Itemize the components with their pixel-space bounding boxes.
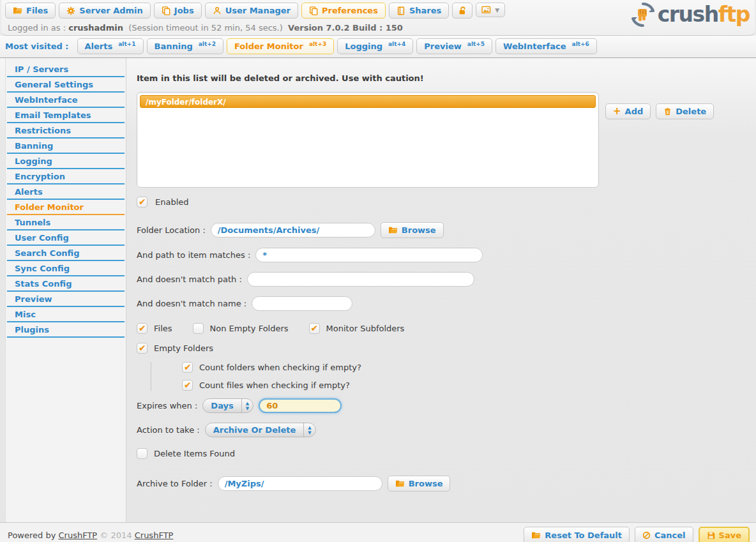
crushftp-link[interactable]: CrushFTP bbox=[59, 531, 98, 540]
tab-webinterface-shortcut: alt+6 bbox=[572, 41, 589, 47]
cancel-button-label: Cancel bbox=[654, 531, 686, 540]
jobs-button-label: Jobs bbox=[174, 6, 194, 15]
expires-when-label: Expires when : bbox=[137, 401, 197, 410]
tab-webinterface-label: WebInterface bbox=[503, 41, 566, 51]
action-select[interactable]: Archive Or Delete ▲▼ bbox=[205, 423, 316, 437]
logged-in-label: Logged in as : bbox=[8, 23, 66, 33]
unlock-icon bbox=[458, 6, 467, 15]
action-to-take-label: Action to take : bbox=[137, 425, 200, 435]
unlock-button[interactable] bbox=[452, 3, 472, 19]
tab-alerts[interactable]: Alertsalt+1 bbox=[77, 38, 144, 54]
sidebar-item-banning[interactable]: Banning bbox=[7, 139, 125, 154]
user-manager-button[interactable]: User Manager bbox=[205, 3, 298, 19]
shares-button[interactable]: Shares bbox=[389, 3, 449, 19]
crushftp-logo: crushftp bbox=[630, 1, 750, 28]
tab-logging-label: Logging bbox=[345, 41, 382, 51]
folder-icon bbox=[388, 226, 398, 234]
not-match-path-input[interactable] bbox=[247, 272, 474, 287]
delete-button-label: Delete bbox=[676, 107, 706, 116]
sidebar-item-folder-monitor[interactable]: Folder Monitor bbox=[7, 200, 125, 215]
trash-icon bbox=[663, 107, 672, 116]
tab-alerts-label: Alerts bbox=[85, 41, 113, 51]
reset-to-default-label: Reset To Default bbox=[545, 531, 622, 540]
tab-banning-label: Banning bbox=[155, 41, 193, 51]
sidebar-item-ip-servers[interactable]: IP / Servers bbox=[7, 62, 125, 77]
monitored-folders-list[interactable]: /myFolder/folderX/ bbox=[137, 92, 599, 188]
save-button-label: Save bbox=[719, 531, 741, 540]
not-match-path-label: And doesn't match path : bbox=[137, 275, 242, 284]
expires-value-input[interactable] bbox=[259, 398, 342, 413]
logo-text: crushftp bbox=[658, 2, 750, 27]
version-info: Version 7.0.2 Build : 150 bbox=[288, 23, 403, 33]
tab-folder-monitor[interactable]: Folder Monitoralt+3 bbox=[227, 38, 334, 54]
cancel-button[interactable]: Cancel bbox=[635, 527, 693, 542]
crushftp-fist-icon bbox=[630, 1, 656, 28]
not-match-name-input[interactable] bbox=[252, 296, 352, 311]
user-icon bbox=[213, 6, 222, 15]
files-label: Files bbox=[154, 324, 172, 333]
files-checkbox[interactable] bbox=[137, 323, 147, 334]
settings-sidebar: IP / Servers General Settings WebInterfa… bbox=[5, 58, 126, 522]
sidebar-item-stats-config[interactable]: Stats Config bbox=[7, 276, 125, 292]
monitor-subfolders-checkbox[interactable] bbox=[309, 323, 320, 334]
sidebar-item-search-config[interactable]: Search Config bbox=[7, 246, 125, 261]
folder-monitor-panel: Item in this list will be deleted or arc… bbox=[126, 58, 756, 522]
tab-webinterface[interactable]: WebInterfacealt+6 bbox=[495, 38, 597, 54]
sidebar-item-misc[interactable]: Misc bbox=[7, 307, 125, 322]
stepper-icon: ▲▼ bbox=[241, 399, 253, 412]
save-button[interactable]: Save bbox=[699, 527, 750, 542]
sidebar-item-email-templates[interactable]: Email Templates bbox=[7, 108, 125, 123]
delete-items-found-checkbox[interactable] bbox=[137, 448, 147, 459]
powered-prefix: Powered by bbox=[8, 531, 56, 540]
browse-location-button[interactable]: Browse bbox=[381, 222, 444, 238]
sidebar-item-encryption[interactable]: Encryption bbox=[7, 169, 125, 184]
sidebar-item-restrictions[interactable]: Restrictions bbox=[7, 123, 125, 139]
enabled-checkbox[interactable] bbox=[137, 197, 147, 207]
folder-location-input[interactable] bbox=[211, 223, 375, 237]
expires-unit-select[interactable]: Days ▲▼ bbox=[202, 398, 253, 413]
sidebar-item-webinterface[interactable]: WebInterface bbox=[7, 93, 125, 108]
reset-to-default-button[interactable]: Reset To Default bbox=[524, 527, 630, 542]
shares-button-label: Shares bbox=[409, 6, 441, 15]
server-admin-button[interactable]: Server Admin bbox=[59, 3, 150, 19]
image-menu-button[interactable]: ▼ bbox=[476, 3, 505, 17]
tab-logging[interactable]: Loggingalt+4 bbox=[337, 38, 413, 54]
files-button[interactable]: Files bbox=[5, 3, 56, 19]
delete-button[interactable]: Delete bbox=[656, 103, 714, 119]
archive-folder-label: Archive to Folder : bbox=[137, 479, 213, 488]
tab-banning[interactable]: Banningalt+2 bbox=[147, 38, 223, 54]
sidebar-item-sync-config[interactable]: Sync Config bbox=[7, 261, 125, 276]
browse-archive-label: Browse bbox=[409, 479, 443, 488]
logo-crush: crush bbox=[658, 2, 718, 27]
tab-preview[interactable]: Previewalt+5 bbox=[416, 38, 492, 54]
count-files-checkbox[interactable] bbox=[182, 380, 193, 391]
empty-folders-checkbox[interactable] bbox=[137, 343, 147, 354]
sidebar-item-alerts[interactable]: Alerts bbox=[7, 184, 125, 200]
count-folders-label: Count folders when checking if empty? bbox=[199, 363, 361, 372]
sidebar-item-user-config[interactable]: User Config bbox=[7, 230, 125, 246]
preferences-button[interactable]: Preferences bbox=[301, 3, 386, 19]
folder-icon bbox=[395, 479, 405, 488]
jobs-button[interactable]: Jobs bbox=[154, 3, 202, 19]
most-visited-label: Most visited : bbox=[5, 41, 69, 51]
tab-alerts-shortcut: alt+1 bbox=[118, 41, 135, 47]
sidebar-item-logging[interactable]: Logging bbox=[7, 154, 125, 169]
non-empty-folders-checkbox[interactable] bbox=[193, 323, 204, 334]
add-button[interactable]: + Add bbox=[605, 103, 651, 119]
browse-archive-button[interactable]: Browse bbox=[388, 476, 451, 492]
sidebar-item-preview[interactable]: Preview bbox=[7, 292, 125, 307]
sidebar-item-general-settings[interactable]: General Settings bbox=[7, 77, 125, 93]
crushftp-link-2[interactable]: CrushFTP bbox=[135, 531, 174, 540]
archive-folder-input[interactable] bbox=[218, 476, 382, 491]
action-select-value: Archive Or Delete bbox=[206, 423, 304, 437]
clipboard-icon bbox=[162, 6, 170, 15]
path-matches-input[interactable] bbox=[255, 248, 483, 262]
cancel-icon bbox=[642, 531, 651, 539]
list-item-selected[interactable]: /myFolder/folderX/ bbox=[140, 95, 596, 108]
count-folders-checkbox[interactable] bbox=[182, 362, 193, 373]
sidebar-item-plugins[interactable]: Plugins bbox=[7, 322, 125, 338]
logo-ftp: ftp bbox=[718, 2, 750, 27]
sidebar-item-tunnels[interactable]: Tunnels bbox=[7, 215, 125, 230]
plus-icon: + bbox=[613, 107, 621, 116]
username: crushadmin bbox=[68, 23, 123, 33]
